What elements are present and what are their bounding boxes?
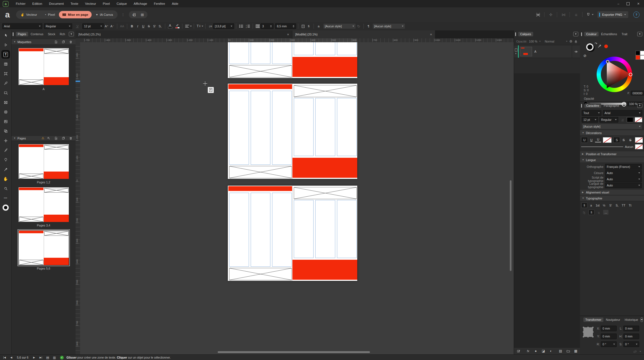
- document-tab-2[interactable]: [Modifié] (20.1%) ✕: [292, 30, 435, 38]
- page-indicator[interactable]: 5,6 sur 6: [17, 356, 28, 359]
- increase-size-button[interactable]: A⁺: [104, 23, 109, 29]
- pan-tool[interactable]: ✋: [0, 174, 11, 184]
- persona-ia-canva[interactable]: ✦IA Canva: [92, 11, 116, 18]
- underline-single-button[interactable]: U: [588, 137, 595, 143]
- typography-option-4[interactable]: S': [608, 203, 613, 208]
- subscript-button[interactable]: S,: [157, 23, 163, 29]
- persona-mise-en-page[interactable]: ⦀▤Mise en page: [59, 11, 92, 18]
- layers-blend-chevron-icon[interactable]: [566, 41, 568, 42]
- tab-close-icon[interactable]: ✕: [430, 33, 432, 36]
- menu-fenêtre[interactable]: Fenêtre: [151, 0, 169, 7]
- color-tab-couleur[interactable]: Couleur: [584, 32, 599, 36]
- align-chevron-icon[interactable]: [190, 26, 192, 27]
- fill-tool[interactable]: [0, 155, 11, 165]
- color-panel-menu-button[interactable]: [637, 32, 642, 36]
- single-page-view-icon[interactable]: ▤: [45, 355, 50, 360]
- canvas-viewport[interactable]: T: [80, 42, 514, 354]
- char-font-select[interactable]: Arial: [603, 110, 642, 116]
- alignment-toggle-icon[interactable]: ≡: [572, 12, 580, 17]
- strike-none-button[interactable]: S: [613, 137, 620, 143]
- document-tab-1[interactable]: [Modifié] (25.2%) ✕: [76, 30, 292, 38]
- leading-select[interactable]: [13,8 pt]: [213, 23, 234, 29]
- fx-icon[interactable]: fx: [525, 348, 531, 354]
- delete-page-icon[interactable]: [68, 136, 74, 140]
- left-tab-pages[interactable]: Pages: [16, 32, 28, 36]
- layer-thumbnail[interactable]: [520, 47, 532, 56]
- export-png-button[interactable]: Exporter PNG: [597, 11, 628, 18]
- language-row-select[interactable]: Français (France): [605, 164, 642, 170]
- language-row-select[interactable]: Auto: [605, 170, 642, 176]
- decoration-width-slider[interactable]: [581, 146, 623, 147]
- ruler-vertical[interactable]: -600-500-400-300-200-1000100200300400500…: [76, 42, 80, 354]
- layer-name[interactable]: A: [534, 50, 536, 53]
- ruler-corner[interactable]: [76, 38, 80, 43]
- menu-affichage[interactable]: Affichage: [130, 0, 151, 7]
- panel-drag-handle[interactable]: [581, 104, 582, 108]
- character-tab-paragraphe[interactable]: Paragraphe: [602, 103, 621, 108]
- edit-layer-icon[interactable]: [516, 348, 521, 354]
- picture-frame-rect-tool[interactable]: [0, 97, 11, 107]
- hue-marker[interactable]: [629, 73, 632, 76]
- pattern-layer-icon[interactable]: ▦: [573, 348, 579, 354]
- menu-fichier[interactable]: Fichier: [12, 0, 29, 7]
- menu-texte[interactable]: Texte: [67, 0, 82, 7]
- pilcrow-icon[interactable]: ¶: [366, 23, 371, 29]
- toolbar-more-icon[interactable]: ⋮: [120, 12, 126, 17]
- font-family-select[interactable]: Arial: [2, 23, 42, 29]
- position-transform-header[interactable]: ▶Position et Transformer: [580, 151, 644, 157]
- typography-option-3[interactable]: ½: [601, 203, 607, 208]
- layer-row[interactable]: ▸ A: [514, 45, 580, 58]
- window-minimize-button[interactable]: –: [614, 1, 623, 6]
- transform-field-input[interactable]: 0 mm: [601, 326, 617, 331]
- table-tool[interactable]: [0, 59, 11, 69]
- add-page-icon[interactable]: [53, 136, 59, 140]
- font-weight-select[interactable]: Regular: [44, 23, 72, 29]
- transform-field-input[interactable]: 0 °: [601, 341, 617, 347]
- pen-tool[interactable]: [0, 78, 11, 88]
- anchor-point-selector[interactable]: [583, 327, 593, 337]
- color-picker-tool[interactable]: [0, 165, 11, 174]
- panel-menu-button[interactable]: [69, 32, 74, 36]
- point-transform-toggle-icon[interactable]: ✜: [546, 12, 555, 17]
- menu-document[interactable]: Document: [46, 0, 67, 7]
- language-header[interactable]: ▼Langue: [580, 157, 644, 163]
- typography-option-5[interactable]: S,: [614, 203, 620, 208]
- canvas-spread-1[interactable]: [228, 42, 357, 78]
- transform-field-input[interactable]: 0 mm: [623, 326, 639, 331]
- group-layers-icon[interactable]: [565, 348, 571, 354]
- alternates-icon[interactable]: a: [316, 23, 321, 29]
- image-layer-icon[interactable]: ▤: [558, 348, 563, 354]
- decoration-color-swatch[interactable]: [635, 144, 643, 149]
- typography-option-6[interactable]: TT: [621, 203, 626, 208]
- color-picker-icon[interactable]: [597, 44, 602, 48]
- strikethrough-button[interactable]: S: [146, 23, 152, 29]
- persona-vecteur[interactable]: ✌Vecteur: [17, 11, 41, 18]
- snapping-options-chevron-icon[interactable]: [592, 14, 594, 15]
- character-style-select[interactable]: [Aucun style]: [323, 23, 356, 29]
- color-wheel-selector[interactable]: [0, 203, 11, 212]
- layers-opacity-value[interactable]: 100 %: [529, 40, 537, 43]
- left-tab-contenus[interactable]: Contenus: [29, 32, 45, 36]
- tab-close-icon[interactable]: ✕: [287, 33, 289, 36]
- pages-section-header[interactable]: ▼Pages ⚠: [12, 135, 76, 141]
- picture-frame-ellipse-tool[interactable]: [0, 107, 11, 117]
- language-row-select[interactable]: Auto: [605, 176, 642, 182]
- layers-opacity-chevron-icon[interactable]: [539, 41, 541, 42]
- hex-field[interactable]: #: 000000: [627, 91, 644, 95]
- font-color-button[interactable]: A: [167, 23, 173, 29]
- column-gutter-stepper[interactable]: 8,5 mm: [275, 23, 296, 29]
- help-button[interactable]: ?: [633, 12, 639, 18]
- preflight-ok-icon[interactable]: ✓: [60, 356, 64, 359]
- underline-color-swatch[interactable]: [603, 137, 612, 143]
- highlighter-button[interactable]: ✐: [175, 23, 180, 29]
- visual-alignment-header[interactable]: ▶Alignement visuel: [580, 189, 644, 195]
- ruler-horizontal[interactable]: -700-600-500-400-300-200-100010020030040…: [80, 38, 514, 43]
- layers-blend-mode[interactable]: Normal: [545, 40, 554, 43]
- char-stroke-swatch[interactable]: [635, 117, 642, 122]
- recent-color-dot[interactable]: [604, 45, 608, 48]
- decorations-header[interactable]: ▼Décorations: [580, 130, 644, 136]
- duplicate-master-icon[interactable]: [61, 40, 66, 44]
- paragraph-align-icon[interactable]: [184, 23, 190, 29]
- layers-panel-menu-button[interactable]: [573, 32, 578, 36]
- previous-spread-button[interactable]: ◀: [8, 355, 14, 360]
